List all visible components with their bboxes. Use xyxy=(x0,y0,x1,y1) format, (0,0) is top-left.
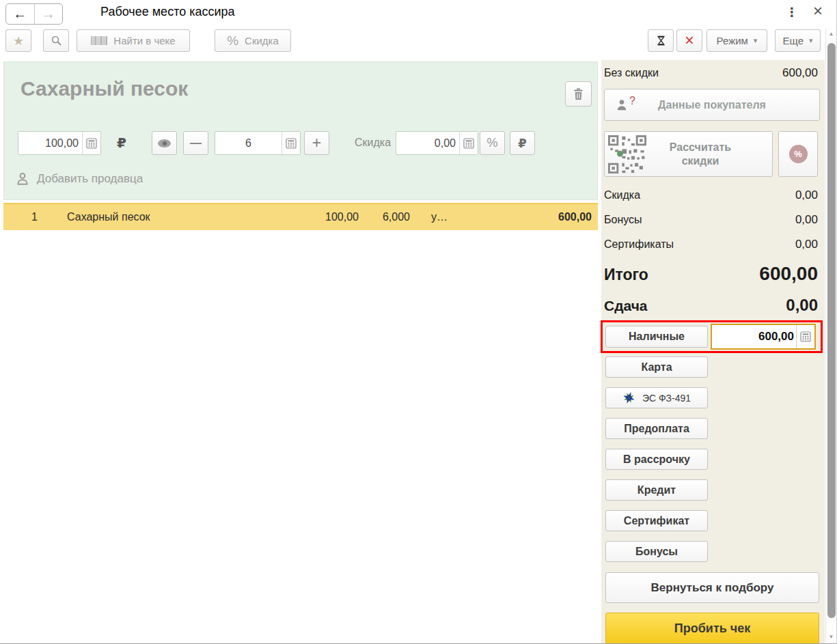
table-row[interactable]: 1 Сахарный песок 100,00 6,000 у… 600,00 xyxy=(3,203,598,230)
customer-data-label: Данные покупателя xyxy=(658,99,766,111)
submit-receipt-label: Пробить чек xyxy=(674,621,750,636)
view-item-button[interactable] xyxy=(152,131,177,155)
cash-amount-field[interactable] xyxy=(711,324,816,350)
certificate-button[interactable]: Сертификат xyxy=(605,510,708,531)
certificates-value: 0,00 xyxy=(795,238,818,251)
installment-label: В рассрочку xyxy=(623,453,690,466)
ruble-sign: ₽ xyxy=(117,135,126,151)
discount-input[interactable] xyxy=(396,132,459,154)
star-icon: ★ xyxy=(13,33,24,48)
discount-value: 0,00 xyxy=(795,188,818,202)
forward-arrow-icon: → xyxy=(42,6,55,22)
total-row: Итого 600,00 xyxy=(604,263,818,285)
card-label: Карта xyxy=(641,361,672,374)
page-title: Рабочее место кассира xyxy=(100,5,235,19)
percent-badge-icon: % xyxy=(789,145,808,163)
calculate-discounts-label: Рассчитать скидки xyxy=(656,141,745,168)
promo-percent-button[interactable]: % xyxy=(778,131,818,177)
quantity-input[interactable] xyxy=(215,132,282,154)
price-input[interactable] xyxy=(18,132,82,154)
qr-code-icon xyxy=(608,135,646,173)
customer-data-button[interactable]: ? Данные покупателя xyxy=(604,89,820,121)
product-name: Сахарный песок xyxy=(20,77,188,100)
favorite-button[interactable]: ★ xyxy=(5,29,31,52)
scroll-down-icon[interactable]: ▼ xyxy=(826,634,836,640)
change-label: Сдача xyxy=(604,298,648,314)
trash-icon xyxy=(572,87,585,101)
discount-toolbar-label: Скидка xyxy=(245,35,279,46)
more-dropdown-button[interactable]: Еще ▾ xyxy=(775,29,821,52)
discount-label: Скидка xyxy=(355,137,391,149)
calculator-icon[interactable] xyxy=(796,325,814,348)
calculator-icon[interactable] xyxy=(282,132,300,154)
plus-icon: + xyxy=(312,134,321,152)
question-mark-icon: ? xyxy=(629,95,635,107)
bonuses-pay-label: Бонусы xyxy=(635,546,678,558)
row-price: 100,00 xyxy=(290,211,359,223)
es-fz491-label: ЭС ФЗ-491 xyxy=(642,393,691,404)
row-name: Сахарный песок xyxy=(67,211,290,223)
back-button[interactable]: ← xyxy=(6,4,35,24)
minus-icon: — xyxy=(190,137,202,150)
scroll-up-icon[interactable]: ▲ xyxy=(826,31,836,37)
more-label: Еще xyxy=(782,35,804,46)
certificate-label: Сертификат xyxy=(624,515,689,527)
calculator-icon[interactable] xyxy=(459,132,478,154)
discount-ruble-button[interactable]: ₽ xyxy=(510,131,535,155)
no-discount-label: Без скидки xyxy=(604,67,659,79)
change-value: 0,00 xyxy=(786,296,818,315)
vertical-scrollbar[interactable]: ▲ ▼ xyxy=(825,29,836,643)
bonuses-button[interactable]: Бонусы xyxy=(605,541,708,562)
kebab-menu-icon[interactable]: ⋮ xyxy=(786,3,798,21)
total-label: Итого xyxy=(604,266,648,284)
cash-amount-input[interactable] xyxy=(712,325,796,348)
discount-label: Скидка xyxy=(604,189,640,201)
bonuses-summary-row: Бонусы 0,00 xyxy=(604,213,818,227)
row-quantity: 6,000 xyxy=(359,211,410,223)
row-number: 1 xyxy=(3,211,38,223)
discount-toolbar-button[interactable]: % Скидка xyxy=(215,29,291,52)
increase-qty-button[interactable]: + xyxy=(304,131,329,155)
calculate-discounts-button[interactable]: Рассчитать скидки xyxy=(604,131,773,177)
postpone-receipt-button[interactable] xyxy=(648,29,674,52)
percent-icon: % xyxy=(227,33,238,48)
discount-field[interactable] xyxy=(396,131,478,155)
installment-button[interactable]: В рассрочку xyxy=(605,449,708,470)
search-icon xyxy=(51,35,62,46)
hourglass-icon xyxy=(655,35,667,46)
back-to-selection-button[interactable]: Вернуться к подбору xyxy=(605,572,819,603)
submit-receipt-button[interactable]: Пробить чек xyxy=(605,613,819,644)
pinwheel-icon xyxy=(622,391,635,404)
cash-payment-button[interactable]: Наличные xyxy=(605,326,708,348)
forward-button[interactable]: → xyxy=(35,4,63,24)
discount-percent-button[interactable]: % xyxy=(480,131,505,155)
nav-history-group: ← → xyxy=(5,3,63,25)
no-discount-row: Без скидки 600,00 xyxy=(604,66,818,80)
no-discount-value: 600,00 xyxy=(782,66,818,80)
decrease-qty-button[interactable]: — xyxy=(183,131,208,155)
es-fz491-payment-button[interactable]: ЭС ФЗ-491 xyxy=(605,387,708,408)
prepayment-label: Предоплата xyxy=(624,423,689,435)
search-button[interactable] xyxy=(43,29,69,52)
row-sum: 600,00 xyxy=(475,211,598,223)
card-payment-button[interactable]: Карта xyxy=(605,356,708,378)
discount-summary-row: Скидка 0,00 xyxy=(604,188,818,202)
back-to-selection-label: Вернуться к подбору xyxy=(651,581,774,595)
certificates-summary-row: Сертификаты 0,00 xyxy=(604,238,818,251)
scrollbar-thumb[interactable] xyxy=(827,43,836,618)
delete-line-button[interactable] xyxy=(565,81,592,107)
mode-dropdown-button[interactable]: Режим ▾ xyxy=(706,29,767,52)
person-icon xyxy=(615,98,629,112)
barcode-icon xyxy=(91,36,107,46)
find-in-receipt-button[interactable]: Найти в чеке xyxy=(77,29,190,52)
change-row: Сдача 0,00 xyxy=(604,296,818,315)
add-seller-button[interactable]: Добавить продавца xyxy=(15,168,143,190)
prepayment-button[interactable]: Предоплата xyxy=(605,418,708,439)
price-field[interactable] xyxy=(18,131,101,155)
current-item-panel: Сахарный песок ₽ — xyxy=(3,61,598,200)
calculator-icon[interactable] xyxy=(82,132,100,154)
cancel-receipt-button[interactable]: × xyxy=(676,29,702,52)
quantity-field[interactable] xyxy=(215,131,301,155)
close-window-icon[interactable]: × xyxy=(810,1,825,20)
credit-button[interactable]: Кредит xyxy=(605,479,708,501)
